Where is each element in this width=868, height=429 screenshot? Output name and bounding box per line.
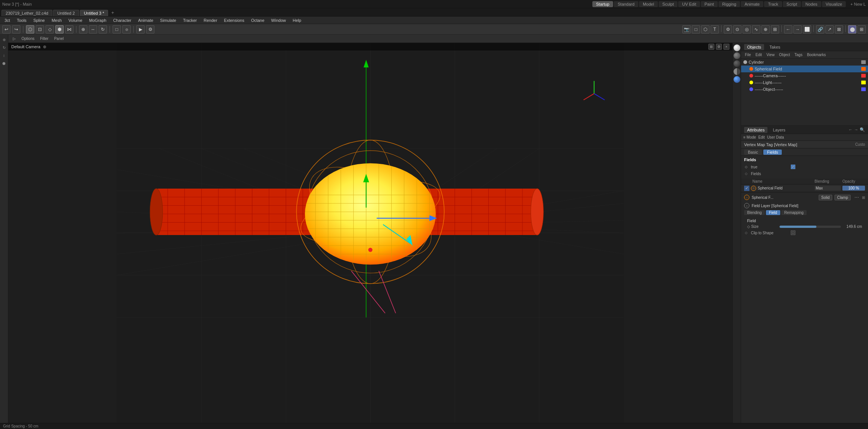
material-preview-2[interactable]: [734, 52, 740, 59]
file-tab-tab3[interactable]: Untitled 3 *: [80, 10, 108, 16]
tab-attributes[interactable]: Attributes: [744, 127, 767, 133]
workspace-tab-sculpt[interactable]: Sculpt: [659, 1, 678, 7]
bottom-btn-solid[interactable]: Solid: [819, 195, 832, 200]
tool-link2[interactable]: ↗: [825, 25, 834, 34]
material-preview-5[interactable]: [734, 76, 740, 83]
tool-polygon-mode[interactable]: ⬢: [55, 25, 64, 34]
clip-checkbox[interactable]: □: [791, 231, 795, 235]
use-deformed-points-checkbox[interactable]: ✓: [791, 165, 795, 169]
tool-text[interactable]: T: [711, 25, 719, 34]
obj-toolbar-object[interactable]: Object: [778, 52, 792, 57]
viewport-3d[interactable]: Default Camera ⊕ ⊞ ⚙ ×: [8, 43, 732, 423]
sidebar-icon-rotate[interactable]: ↻: [1, 44, 8, 51]
tool-move[interactable]: ⊕: [79, 25, 87, 34]
attr-nav-forward[interactable]: →: [854, 127, 858, 132]
tool-object-mode[interactable]: ⬡: [26, 25, 34, 34]
tool-snap[interactable]: ⊕: [761, 25, 770, 34]
menu-item-3ct[interactable]: 3ct: [2, 18, 13, 23]
obj-toolbar-edit[interactable]: Edit: [754, 52, 763, 57]
attr-subtab-fields[interactable]: Fields: [763, 150, 782, 155]
field-row-blend[interactable]: Max: [815, 186, 841, 191]
obj-toolbar-view[interactable]: View: [765, 52, 776, 57]
menu-item-mograph[interactable]: MoGraph: [86, 18, 110, 23]
obj-toolbar-bookmarks[interactable]: Bookmarks: [805, 52, 827, 57]
tool-undo[interactable]: ↩: [2, 25, 11, 34]
tool-link[interactable]: 🔗: [816, 25, 824, 34]
tool-scale[interactable]: ↔: [89, 25, 97, 34]
bottom-more-btn2[interactable]: ⊞: [862, 195, 865, 200]
workspace-tab-nodes[interactable]: Nodes: [802, 1, 821, 7]
layer-tab-remapping[interactable]: Remapping: [781, 210, 807, 215]
tool-camera[interactable]: 📷: [682, 25, 691, 34]
viewport-close[interactable]: ×: [723, 44, 729, 50]
tool-snap2[interactable]: ⊞: [771, 25, 779, 34]
material-preview-1[interactable]: [734, 44, 740, 51]
tool-rotate[interactable]: ↻: [99, 25, 107, 34]
workspace-tab-standard[interactable]: Standard: [614, 1, 638, 7]
attr-subtab-basic[interactable]: Basic: [744, 150, 762, 155]
tool-curve[interactable]: ∿: [752, 25, 760, 34]
new-layout-btn[interactable]: + New L: [850, 2, 866, 6]
bottom-btn-clamp[interactable]: Clamp: [834, 195, 851, 200]
menu-item-spline[interactable]: Spline: [30, 18, 48, 23]
object-row[interactable]: ------Camera------: [741, 72, 868, 79]
object-row[interactable]: ------Object------: [741, 86, 868, 93]
sidebar-icon-poly[interactable]: ⬢: [1, 60, 8, 67]
workspace-tab-rigging[interactable]: Rigging: [719, 1, 740, 7]
file-tab-tab2[interactable]: Untitled 2: [53, 10, 79, 16]
viewport-options[interactable]: ⚙: [716, 44, 722, 50]
tool-lasso[interactable]: ⌾: [122, 25, 131, 34]
tool-nav2[interactable]: →: [793, 25, 802, 34]
tool-obj-vis2[interactable]: ⊙: [733, 25, 741, 34]
workspace-tab-paint[interactable]: Paint: [701, 1, 718, 7]
attr-edit[interactable]: Edit: [758, 135, 765, 139]
workspace-tab-uvedit[interactable]: UV Edit: [678, 1, 700, 7]
attr-nav-search[interactable]: 🔍: [860, 127, 865, 132]
tool-obj-vis1[interactable]: ⚙: [724, 25, 732, 34]
workspace-tab-startup[interactable]: Startup: [592, 1, 613, 7]
layer-tab-blending[interactable]: Blending: [744, 210, 765, 215]
workspace-tab-visualize[interactable]: Visualize: [822, 1, 846, 7]
tool-link3[interactable]: ⊠: [835, 25, 843, 34]
tool-nav1[interactable]: ←: [784, 25, 792, 34]
layer-tab-field[interactable]: Field: [766, 210, 780, 215]
tool-redo[interactable]: ↪: [12, 25, 20, 34]
menu-item-help[interactable]: Help: [290, 18, 304, 23]
menu-item-animate[interactable]: Animate: [135, 18, 156, 23]
tool-render-view2[interactable]: ⊞: [857, 25, 866, 34]
tool-point-mode[interactable]: ⊡: [36, 25, 44, 34]
attr-nav-back[interactable]: ←: [848, 127, 853, 132]
object-row[interactable]: ------Light-------: [741, 79, 868, 86]
tool-obj-vis3[interactable]: ◎: [743, 25, 751, 34]
menu-item-simulate[interactable]: Simulate: [157, 18, 179, 23]
menu-item-window[interactable]: Window: [268, 18, 289, 23]
field-row-check[interactable]: ✓: [744, 186, 749, 191]
menu-item-render[interactable]: Render: [201, 18, 220, 23]
menu-item-tracker[interactable]: Tracker: [180, 18, 200, 23]
material-preview-3[interactable]: [734, 60, 740, 67]
menu-item-octane[interactable]: Octane: [248, 18, 267, 23]
bottom-more-options[interactable]: ⋯: [854, 195, 859, 200]
workspace-tab-model[interactable]: Model: [639, 1, 658, 7]
tab-layers[interactable]: Layers: [770, 127, 788, 133]
attr-userdata[interactable]: User Data: [767, 135, 784, 139]
tool-3d-view[interactable]: ⬡: [701, 25, 709, 34]
attr-mode[interactable]: ≡ Mode: [743, 135, 756, 139]
tool-render[interactable]: ▶: [136, 25, 145, 34]
tool-frame[interactable]: ⬜: [803, 25, 811, 34]
object-row[interactable]: Spherical Field: [741, 66, 868, 72]
obj-toolbar-file[interactable]: File: [743, 52, 752, 57]
tool-render-settings[interactable]: ⚙: [146, 25, 154, 34]
file-tab-tab1[interactable]: 230719_Lether_02.c4d: [2, 10, 52, 16]
obj-toolbar-tags[interactable]: Tags: [793, 52, 804, 57]
workspace-tab-track[interactable]: Track: [764, 1, 782, 7]
tab-objects[interactable]: Objects: [744, 44, 764, 50]
tool-render-view[interactable]: ⬤: [848, 25, 856, 34]
material-preview-4[interactable]: [734, 68, 740, 75]
toolbar2-panel[interactable]: Panel: [52, 36, 66, 41]
toolbar2-filter[interactable]: Filter: [38, 36, 50, 41]
menu-item-volume[interactable]: Volume: [66, 18, 85, 23]
object-row[interactable]: Cylinder: [741, 59, 868, 66]
toolbar2-play[interactable]: ▷: [11, 36, 18, 41]
tool-edge-mode[interactable]: ◇: [46, 25, 54, 34]
